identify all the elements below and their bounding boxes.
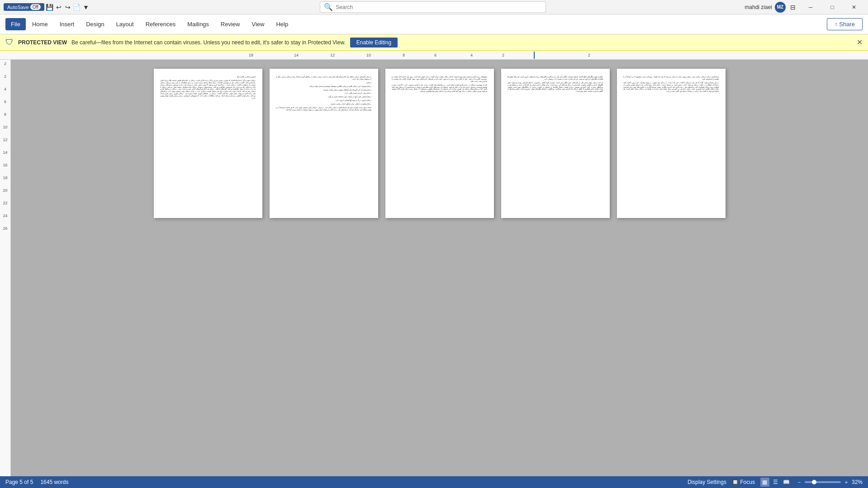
page-3: شیوه‌های درخت‌کاری صحیح بسیار مهم هستند.… [385, 69, 494, 218]
enable-editing-button[interactable]: Enable Editing [350, 38, 398, 47]
web-view-button[interactable]: ☰ [771, 478, 780, 487]
ruler-mark-2b: 2 [588, 53, 590, 57]
protected-message: Be careful—files from the Internet can c… [71, 39, 346, 46]
new-doc-icon[interactable]: 📄 [73, 4, 81, 11]
save-icon[interactable]: 💾 [46, 4, 53, 11]
user-info: mahdi ziaei MZ [745, 2, 786, 13]
undo-icon[interactable]: ↩ [55, 4, 62, 11]
menu-item-mailings[interactable]: Mailings [182, 18, 214, 30]
title-bar: AutoSave Off 💾 ↩ ↪ 📄 ▼ 🔍 mahdi ziaei MZ … [0, 0, 868, 14]
read-view-button[interactable]: 📖 [782, 478, 791, 487]
page-2: در میان گونه‌های درختی مختلف هر کدام ویژ… [270, 69, 378, 218]
display-settings-button[interactable]: Display Settings [688, 479, 726, 485]
autosave-state: Off [30, 4, 41, 10]
ruler-mark-8: 8 [403, 53, 405, 57]
page-3-text: شیوه‌های درخت‌کاری صحیح بسیار مهم هستند.… [392, 76, 488, 93]
shield-icon: 🛡 [5, 38, 14, 47]
search-box[interactable]: 🔍 [320, 1, 546, 13]
pages-row: قصص درختان و کاشت آنها درختان منبع زندگی… [154, 69, 726, 218]
page-info: Page 5 of 5 [5, 479, 33, 485]
ruler-mark-18: 18 [249, 53, 253, 57]
ruler-mark-10: 10 [366, 53, 371, 57]
zoom-control: － ＋ 32% [797, 479, 863, 486]
page-5-text: نتیجه‌گیری درباره درختان و آینده بشر بسی… [623, 76, 719, 93]
user-avatar[interactable]: MZ [775, 2, 786, 13]
ruler-bar: 18 14 12 10 8 6 4 2 2 [0, 51, 868, 60]
ruler-cursor [534, 52, 535, 59]
menu-item-file[interactable]: File [5, 18, 26, 30]
zoom-thumb [812, 480, 816, 484]
ribbon-icon[interactable]: ⊟ [789, 4, 797, 11]
ruler-mark-14: 14 [294, 53, 299, 57]
close-button[interactable]: ✕ [844, 0, 864, 14]
menu-item-design[interactable]: Design [81, 18, 109, 30]
menu-item-help[interactable]: Help [270, 18, 294, 30]
menu-bar: File Home Insert Design Layout Reference… [0, 14, 868, 34]
page-1: قصص درختان و کاشت آنها درختان منبع زندگی… [154, 69, 262, 218]
zoom-slider[interactable] [805, 481, 841, 483]
menu-item-references[interactable]: References [140, 18, 181, 30]
close-protected-bar-button[interactable]: ✕ [857, 38, 863, 47]
side-ruler: 2 2 4 6 8 10 12 14 16 18 20 22 24 26 [0, 60, 11, 476]
ruler-mark-4: 4 [470, 53, 473, 57]
title-bar-center: 🔍 [121, 1, 745, 13]
focus-button[interactable]: 🔲 Focus [732, 479, 755, 485]
page-1-text: قصص درختان و کاشت آنها درختان منبع زندگی… [160, 76, 256, 99]
restore-button[interactable]: □ [822, 0, 843, 14]
menu-item-layout[interactable]: Layout [111, 18, 139, 30]
window-controls: ─ □ ✕ [800, 0, 864, 14]
menu-item-view[interactable]: View [246, 18, 270, 30]
page-4: شاهدیم هنوز جنگل‌های قطع گشته فراوان هست… [501, 69, 610, 218]
search-icon: 🔍 [324, 3, 333, 11]
status-bar-right: Display Settings 🔲 Focus ▦ ☰ 📖 － ＋ 32% [688, 478, 863, 487]
word-count: 1645 words [40, 479, 68, 485]
ruler-mark-6: 6 [434, 53, 436, 57]
page-4-text: شاهدیم هنوز جنگل‌های قطع گشته فراوان هست… [508, 76, 603, 93]
minimize-button[interactable]: ─ [800, 0, 821, 14]
zoom-out-button[interactable]: － [797, 479, 802, 486]
user-name: mahdi ziaei [745, 4, 772, 10]
protected-bar: 🛡 PROTECTED VIEW Be careful—files from t… [0, 34, 868, 51]
autosave-button[interactable]: AutoSave Off [4, 3, 44, 11]
page-2-text: در میان گونه‌های درختی مختلف هر کدام ویژ… [276, 76, 372, 111]
zoom-level: 32% [852, 479, 863, 485]
autosave-label: AutoSave [7, 5, 29, 10]
ruler-mark-12: 12 [330, 53, 335, 57]
redo-icon[interactable]: ↪ [64, 4, 71, 11]
ruler-mark-2: 2 [502, 53, 504, 57]
zoom-in-button[interactable]: ＋ [844, 479, 849, 486]
search-input[interactable] [336, 4, 542, 10]
print-view-button[interactable]: ▦ [760, 478, 769, 487]
title-bar-left: AutoSave Off 💾 ↩ ↪ 📄 ▼ [4, 3, 121, 11]
menu-item-insert[interactable]: Insert [54, 18, 80, 30]
main-area: 2 2 4 6 8 10 12 14 16 18 20 22 24 26 قصص… [0, 60, 868, 476]
menu-items: File Home Insert Design Layout Reference… [5, 18, 294, 30]
ruler-content: 18 14 12 10 8 6 4 2 2 [11, 51, 868, 59]
document-area[interactable]: قصص درختان و کاشت آنها درختان منبع زندگی… [11, 60, 868, 476]
customize-icon[interactable]: ▼ [82, 4, 90, 11]
menu-item-home[interactable]: Home [27, 18, 53, 30]
status-bar: Page 5 of 5 1645 words Display Settings … [0, 476, 868, 488]
page-5: نتیجه‌گیری درباره درختان و آینده بشر بسی… [617, 69, 726, 218]
menu-item-review[interactable]: Review [215, 18, 246, 30]
view-buttons: ▦ ☰ 📖 [760, 478, 791, 487]
title-bar-right: mahdi ziaei MZ ⊟ ─ □ ✕ [745, 0, 864, 14]
share-button[interactable]: ↑ Share [827, 18, 863, 30]
protected-label: PROTECTED VIEW [18, 39, 67, 46]
